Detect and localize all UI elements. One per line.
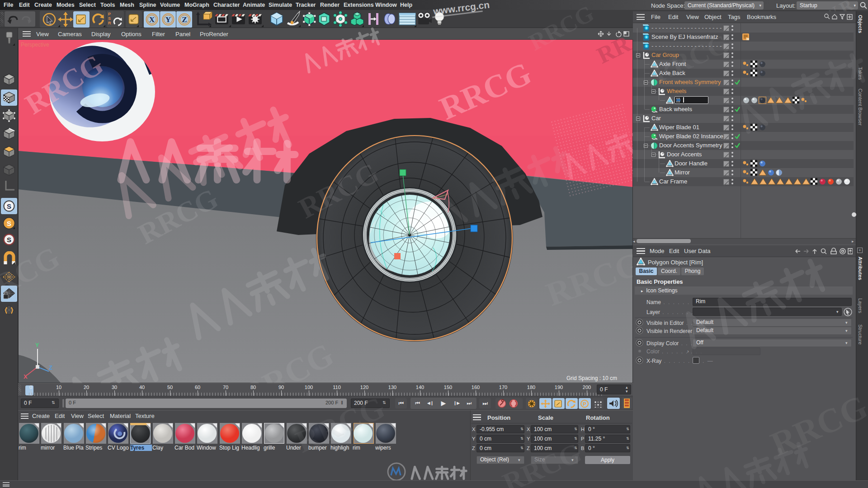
svg-text:S: S <box>7 236 11 244</box>
svg-text:Z: Z <box>182 15 187 24</box>
svg-text:Y: Y <box>165 15 171 24</box>
svg-text:S: S <box>7 220 11 227</box>
svg-text:P: P <box>583 401 586 407</box>
svg-text:Y: Y <box>35 342 39 348</box>
svg-text:X: X <box>24 373 28 380</box>
svg-text:Z: Z <box>49 364 52 371</box>
svg-text:S: S <box>7 202 11 210</box>
svg-text:X: X <box>149 15 155 24</box>
